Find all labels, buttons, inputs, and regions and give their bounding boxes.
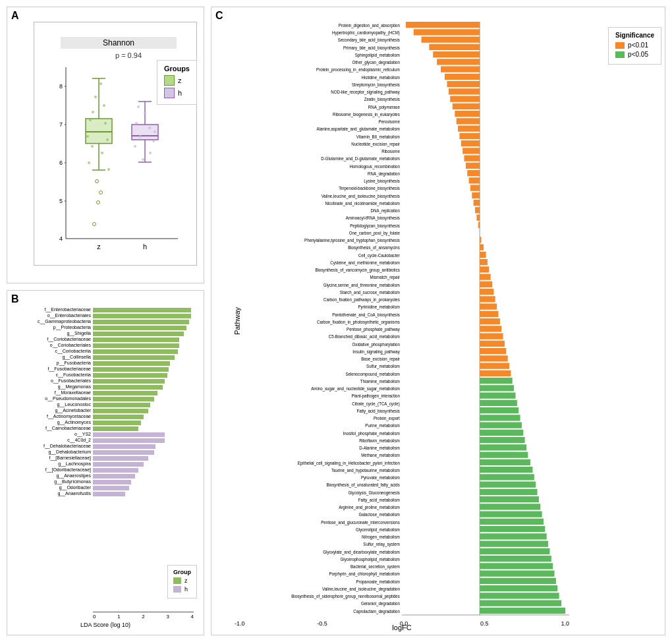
c-bar-label: Citrate_cycle_(TCA_cycle) <box>352 401 400 407</box>
c-bar-rect <box>472 192 480 198</box>
c-bar-label: Aminoacyl-tRNA_biosynthesis <box>346 216 401 221</box>
svg-point-47 <box>149 152 152 154</box>
c-bar-rect <box>480 281 492 287</box>
c-bar-label: Histidine_metabolism <box>362 74 400 80</box>
c-bar-rect <box>480 334 503 339</box>
c-bar-label: Methane_metabolism <box>361 453 400 459</box>
c-bar-rect <box>480 474 534 480</box>
b-bar-label: f__[Barnesiellaceae] <box>14 455 93 461</box>
c-bar-rect <box>480 496 539 502</box>
c-bar-rect <box>455 111 480 117</box>
b-bar-label: c__4C0d_2 <box>14 438 93 443</box>
c-bar-label: DNA_replication <box>371 208 400 214</box>
b-bar-label: f__Carnobacteriaceae <box>14 426 93 431</box>
b-bar-rect <box>93 409 148 413</box>
b-bar-row: g__Actinomyces <box>93 420 194 425</box>
c-bar-rect <box>480 318 500 324</box>
c-bar-label: Protein_processing_in_endoplasmic_reticu… <box>316 67 400 73</box>
legend-h-box <box>164 88 175 98</box>
legend-z-label: z <box>178 76 182 84</box>
c-bar-rect <box>480 482 536 488</box>
b-bar-row: o__Enterobacteriales <box>93 313 194 318</box>
legend-c-p01-box <box>615 42 625 49</box>
c-bar-label: Secondary_bile_acid_biosynthesis <box>338 38 400 44</box>
b-bar-label: g__Shigella <box>14 331 93 336</box>
svg-point-48 <box>142 158 144 161</box>
panel-c-svg: Protein_digestion_and_absorptionHypertro… <box>235 22 569 615</box>
b-bar-label: f__Enterobacteriaceae <box>14 307 93 312</box>
legend-c-title: Significance <box>615 32 654 39</box>
b-bar-label: c__Coriobacteriia <box>14 349 93 354</box>
c-bar-rect <box>480 533 547 539</box>
svg-point-24 <box>106 138 109 141</box>
c-bar-rect <box>445 74 480 80</box>
b-bar-rect <box>93 308 191 312</box>
c-bar-rect <box>480 489 537 495</box>
b-bar-rect <box>93 320 189 324</box>
c-bar-rect <box>480 363 509 369</box>
c-bar-rect <box>480 608 565 614</box>
b-bar-label: g__Anaerofustis <box>14 491 93 496</box>
b-bar-rect <box>93 391 157 395</box>
svg-point-22 <box>104 122 107 125</box>
b-bar-rect <box>93 314 191 318</box>
b-bar-rect <box>93 349 178 354</box>
c-bar-label: Peptidoglycan_biosynthesis <box>350 223 400 229</box>
svg-point-21 <box>89 119 92 121</box>
legend-c-item-p05: p<0.05 <box>615 51 654 58</box>
b-bar-row: f__Coriobacteriaceae <box>93 337 194 342</box>
c-bar-rect <box>480 430 523 436</box>
c-bar-rect <box>437 59 480 65</box>
c-bar-rect <box>469 177 480 183</box>
c-bar-label: Primary_bile_acid_biosynthesis <box>343 45 400 51</box>
c-bar-rect <box>480 400 517 406</box>
c-bar-label: D-Glutamine_and_D-glutamate_metabolism <box>321 156 400 162</box>
c-bar-rect <box>429 44 480 50</box>
c-bar-rect <box>480 289 493 295</box>
c-bar-label: Streptomycin_biosynthesis <box>352 82 400 88</box>
svg-text:z: z <box>97 243 101 250</box>
c-bar-label: Zeatin_biosynthesis <box>364 97 401 103</box>
b-tick-0: 0 <box>93 614 96 620</box>
legend-b: Group z h <box>167 565 197 598</box>
b-bar-row: p__Fusobacteria <box>93 361 194 366</box>
svg-text:8: 8 <box>59 83 63 90</box>
c-bar-rect <box>480 519 544 525</box>
c-bar-label: Nicotinate_and_nicotinamide_metabolism <box>325 200 400 206</box>
c-bar-label: Galactose_metabolism <box>358 512 400 518</box>
svg-point-42 <box>152 140 155 142</box>
c-bar-rect <box>480 437 525 443</box>
b-bar-label: c__Fusobacteriia <box>14 372 93 378</box>
b-bar-row: c__4C0d_2 <box>93 438 194 443</box>
c-bar-rect <box>480 311 498 317</box>
b-bar-label: c__Gammaproteobacteria <box>14 319 93 324</box>
c-bar-label: Sulfur_relay_system <box>363 542 400 548</box>
b-bar-label: o__Coriobacteriales <box>14 343 93 348</box>
svg-text:6: 6 <box>59 160 63 166</box>
c-bar-label: Carbon_fixation_pathways_in_prokaryotes <box>323 297 400 303</box>
legend-b-h-label: h <box>184 586 188 593</box>
c-bar-label: RNA_degradation <box>368 171 400 177</box>
c-bar-label: Fatty_acid_metabolism <box>358 497 400 503</box>
b-bar-row: g__Anaerofustis <box>93 491 194 496</box>
b-bar-rect <box>93 403 150 407</box>
c-bar-label: Sulfur_metabolism <box>366 364 400 370</box>
c-bar-rect <box>422 37 480 43</box>
b-bar-row: g__Acinetobacter <box>93 408 194 413</box>
panel-c: C Pathway Protein_digestion_and_absorpti… <box>211 7 665 635</box>
b-bar-label: g__Collinsella <box>14 355 93 360</box>
b-bar-rect <box>93 421 141 425</box>
c-bar-label: Ribosome_biogenesis_in_eukaryotes <box>333 111 400 117</box>
b-bar-row: g__Anaerostipes <box>93 473 194 479</box>
b-bar-row: c__Fusobacteriia <box>93 372 194 378</box>
c-bar-label: Phenylalanine,tyrosine_and_tryptophan_bi… <box>304 238 400 244</box>
b-bar-row: c__Gammaproteobacteria <box>93 319 194 324</box>
c-bar-rect <box>464 156 480 161</box>
svg-point-39 <box>135 122 138 125</box>
c-bar-rect <box>480 407 518 413</box>
b-bar-rect <box>93 468 138 473</box>
b-bar-label: g__Actinomyces <box>14 420 93 425</box>
c-bar-label: Selenocompound_metabolism <box>345 371 400 377</box>
legend-b-item-z: z <box>173 577 191 584</box>
c-bar-rect <box>433 51 480 57</box>
